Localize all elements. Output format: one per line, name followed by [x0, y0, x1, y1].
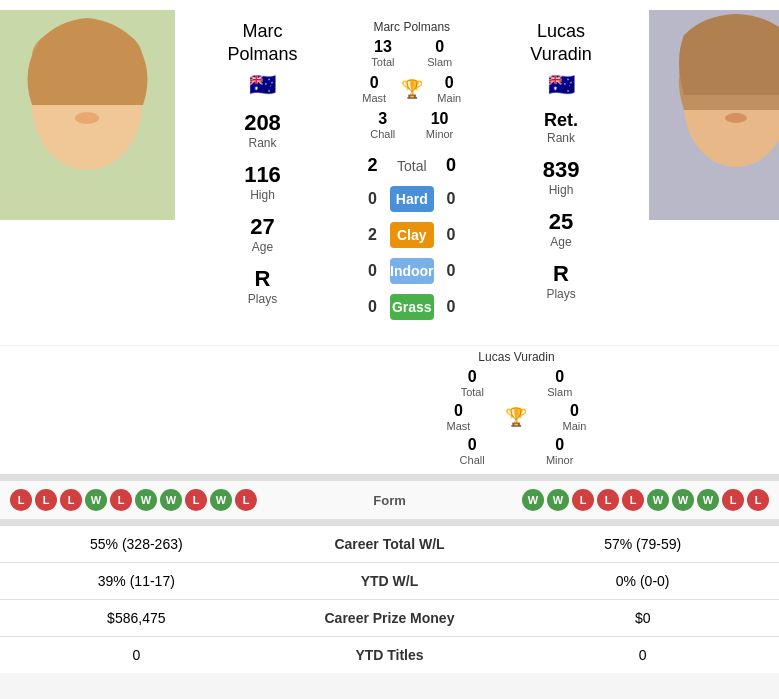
player2-flag: 🇦🇺 [548, 72, 575, 98]
hard-score-right: 0 [434, 190, 469, 208]
form-badge-p1: L [60, 489, 82, 511]
player2-plays-label: Plays [546, 287, 575, 301]
player1-chall-cell: 3 Chall [370, 110, 395, 140]
player2-slam-cell: 0 Slam [547, 368, 572, 398]
indoor-score-right: 0 [434, 262, 469, 280]
table-row: $586,475 Career Prize Money $0 [0, 600, 779, 637]
svg-point-6 [75, 112, 99, 124]
form-section: LLLWLWWLWL Form WWLLLWWWLL [0, 480, 779, 519]
player2-chall-row: 0 Chall 0 Minor [429, 436, 604, 466]
form-badge-p1: L [235, 489, 257, 511]
player2-rank-value: Ret. [544, 110, 578, 131]
player1-plays-value: R [248, 266, 277, 292]
form-badge-p2: W [522, 489, 544, 511]
table-row: 0 YTD Titles 0 [0, 637, 779, 674]
form-label: Form [340, 493, 440, 508]
stat-center-label: Career Total W/L [273, 526, 507, 563]
player2-age-value: 25 [549, 209, 573, 235]
stat-left-val: 39% (11-17) [0, 563, 273, 600]
stat-right-val: 0 [506, 637, 779, 674]
form-badge-p1: W [85, 489, 107, 511]
player2-mast-row: 0 Mast 🏆 0 Main [429, 402, 604, 432]
player1-mast-cell: 0 Mast [362, 74, 386, 104]
stats-table: 55% (328-263) Career Total W/L 57% (79-5… [0, 525, 779, 673]
player1-title-row: 13 Total 0 Slam [355, 38, 469, 68]
form-badge-p2: W [672, 489, 694, 511]
player2-age-block: 25 Age [549, 209, 573, 249]
stat-center-label: YTD W/L [273, 563, 507, 600]
player2-name-sub: Lucas Vuradin [478, 350, 554, 364]
form-badge-p1: W [135, 489, 157, 511]
indoor-score-row: 0 Indoor 0 [355, 258, 469, 284]
scores-section: Marc Polmans 13 Total 0 Slam 0 Mast 🏆 [350, 10, 474, 335]
form-right: WWLLLWWWLL [440, 489, 770, 511]
player1-mast-row: 0 Mast 🏆 0 Main [355, 74, 469, 104]
player2-high-label: High [543, 183, 580, 197]
player1-rank-value: 208 [244, 110, 281, 136]
player1-name-sub: Marc Polmans [373, 20, 450, 34]
player2-high-value: 839 [543, 157, 580, 183]
player1-slam-cell: 0 Slam [427, 38, 452, 68]
clay-surface-btn: Clay [390, 222, 434, 248]
total-score-label: Total [390, 158, 434, 174]
player2-age-label: Age [549, 235, 573, 249]
hard-score-left: 0 [355, 190, 390, 208]
player1-chall-row: 3 Chall 10 Minor [355, 110, 469, 140]
player1-photo [0, 10, 175, 220]
player2-photo [649, 10, 779, 220]
form-badge-p2: W [547, 489, 569, 511]
player2-plays-value: R [546, 261, 575, 287]
grass-score-row: 0 Grass 0 [355, 294, 469, 320]
player1-high-block: 116 High [244, 162, 281, 202]
indoor-score-left: 0 [355, 262, 390, 280]
player1-rank-block: 208 Rank [244, 110, 281, 150]
player1-main-cell: 0 Main [437, 74, 461, 104]
form-badge-p1: W [160, 489, 182, 511]
player2-main-cell: 0 Main [563, 402, 587, 432]
main-container: Marc Polmans 🇦🇺 208 Rank 116 High 27 Age… [0, 0, 779, 673]
total-score-row: 2 Total 0 [355, 155, 469, 176]
stat-left-val: 55% (328-263) [0, 526, 273, 563]
total-score-right: 0 [434, 155, 469, 176]
grass-score-right: 0 [434, 298, 469, 316]
stat-center-label: YTD Titles [273, 637, 507, 674]
form-badge-p2: W [647, 489, 669, 511]
clay-score-left: 2 [355, 226, 390, 244]
player2-sub-stats: Lucas Vuradin 0 Total 0 Slam 0 Mast 🏆 [0, 345, 779, 474]
indoor-surface-btn: Indoor [390, 258, 434, 284]
player1-total-cell: 13 Total [371, 38, 394, 68]
form-badge-p2: L [597, 489, 619, 511]
form-left: LLLWLWWLWL [10, 489, 340, 511]
form-badge-p2: L [747, 489, 769, 511]
table-row: 55% (328-263) Career Total W/L 57% (79-5… [0, 526, 779, 563]
form-badge-p2: L [622, 489, 644, 511]
player2-rank-block: Ret. Rank [544, 110, 578, 145]
grass-surface-btn: Grass [390, 294, 434, 320]
player2-title-row: 0 Total 0 Slam [429, 368, 604, 398]
player1-age-value: 27 [250, 214, 274, 240]
player2-minor-cell: 0 Minor [546, 436, 574, 466]
form-badge-p2: L [722, 489, 744, 511]
clay-score-row: 2 Clay 0 [355, 222, 469, 248]
player1-high-label: High [244, 188, 281, 202]
player1-plays-block: R Plays [248, 266, 277, 306]
form-badge-p1: L [10, 489, 32, 511]
form-badge-p1: W [210, 489, 232, 511]
form-badge-p2: W [697, 489, 719, 511]
hard-surface-btn: Hard [390, 186, 434, 212]
player1-high-value: 116 [244, 162, 281, 188]
form-badge-p1: L [110, 489, 132, 511]
player2-name-header: Lucas Vuradin [530, 20, 591, 67]
player2-chall-cell: 0 Chall [460, 436, 485, 466]
player1-rank-label: Rank [244, 136, 281, 150]
stat-right-val: $0 [506, 600, 779, 637]
player1-minor-cell: 10 Minor [426, 110, 454, 140]
clay-score-right: 0 [434, 226, 469, 244]
total-score-left: 2 [355, 155, 390, 176]
form-badge-p1: L [35, 489, 57, 511]
grass-score-left: 0 [355, 298, 390, 316]
form-badge-p2: L [572, 489, 594, 511]
svg-point-14 [725, 113, 747, 123]
player2-rank-label: Rank [544, 131, 578, 145]
hard-score-row: 0 Hard 0 [355, 186, 469, 212]
